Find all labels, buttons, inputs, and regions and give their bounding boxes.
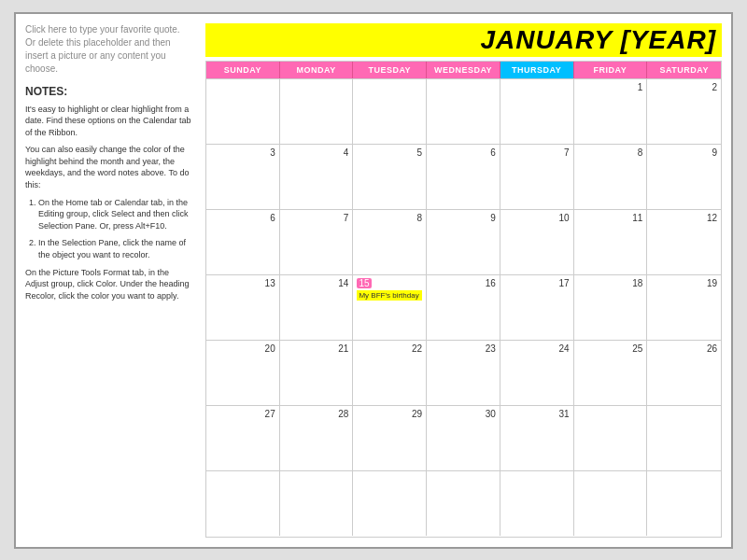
day-cell — [427, 79, 500, 144]
calendar-container: Click here to type your favorite quote. … — [14, 12, 733, 549]
day-cell — [500, 79, 574, 144]
day-8[interactable]: 8 — [574, 145, 648, 209]
day-23[interactable]: 23 — [427, 341, 500, 405]
day-6[interactable]: 6 — [206, 210, 280, 274]
day-11[interactable]: 11 — [574, 210, 648, 274]
day-cell-empty — [280, 471, 354, 536]
day-28[interactable]: 28 — [280, 406, 354, 470]
day-7[interactable]: 7 — [500, 145, 574, 209]
weeks: 1 2 3 4 5 6 7 8 9 6 7 8 9 — [206, 78, 721, 537]
header-friday: FRIDAY — [574, 62, 648, 78]
day-cell-empty — [574, 406, 648, 470]
week-row-1: 1 2 — [206, 78, 721, 144]
day-cell — [353, 79, 427, 144]
day-cell-empty — [647, 471, 721, 536]
day-21[interactable]: 21 — [280, 341, 354, 405]
day-20[interactable]: 20 — [206, 341, 280, 405]
day-3[interactable]: 3 — [206, 145, 280, 209]
day-31[interactable]: 31 — [500, 406, 574, 470]
day-17[interactable]: 17 — [500, 275, 574, 340]
calendar-title: JANUARY [YEAR] — [205, 23, 722, 57]
day-19[interactable]: 19 — [647, 275, 721, 340]
week-row-7 — [206, 470, 721, 536]
week-row-3: 6 7 8 9 10 11 12 — [206, 209, 721, 274]
day-cell — [280, 79, 354, 144]
day-22[interactable]: 22 — [353, 341, 427, 405]
notes-list: On the Home tab or Calendar tab, in the … — [25, 197, 192, 261]
header-sunday: SUNDAY — [206, 62, 280, 78]
header-thursday: THURSDAY — [500, 62, 574, 78]
notes-p3: On the Picture Tools Format tab, in the … — [25, 267, 192, 302]
day-cell-empty — [427, 471, 500, 536]
day-headers: SUNDAY MONDAY TUESDAY WEDNESDAY THURSDAY… — [206, 62, 721, 78]
day-27[interactable]: 27 — [206, 406, 280, 470]
day-cell-empty — [206, 471, 280, 536]
header-tuesday: TUESDAY — [353, 62, 427, 78]
day-18[interactable]: 18 — [574, 275, 648, 340]
day-5[interactable]: 5 — [353, 145, 427, 209]
day-10[interactable]: 10 — [500, 210, 574, 274]
day-13[interactable]: 13 — [206, 275, 280, 340]
day-9[interactable]: 9 — [427, 210, 500, 274]
day-cell-empty — [500, 471, 574, 536]
event-bff-birthday: My BFF's birthday — [357, 290, 422, 301]
notes-list-item-2: In the Selection Pane, click the name of… — [38, 237, 192, 260]
day-30[interactable]: 30 — [427, 406, 500, 470]
week-row-6: 27 28 29 30 31 — [206, 405, 721, 470]
notes-p1: It's easy to highlight or clear highligh… — [25, 104, 192, 139]
day-15[interactable]: 15 My BFF's birthday — [353, 275, 427, 340]
day-1[interactable]: 1 — [574, 79, 648, 144]
main-calendar: JANUARY [YEAR] SUNDAY MONDAY TUESDAY WED… — [205, 23, 722, 538]
header-saturday: SATURDAY — [647, 62, 721, 78]
day-cell-empty — [353, 471, 427, 536]
day-9[interactable]: 9 — [647, 145, 721, 209]
week-row-5: 20 21 22 23 24 25 26 — [206, 340, 721, 405]
quote-placeholder[interactable]: Click here to type your favorite quote. … — [25, 23, 192, 76]
day-4[interactable]: 4 — [280, 145, 354, 209]
week-row-4: 13 14 15 My BFF's birthday 16 17 18 19 — [206, 274, 721, 340]
day-25[interactable]: 25 — [574, 341, 648, 405]
day-cell — [206, 79, 280, 144]
week-row-2: 3 4 5 6 7 8 9 — [206, 144, 721, 209]
notes-title: NOTES: — [25, 85, 192, 98]
day-cell-empty — [647, 406, 721, 470]
day-29[interactable]: 29 — [353, 406, 427, 470]
day-cell-empty — [574, 471, 648, 536]
day-2[interactable]: 2 — [647, 79, 721, 144]
notes-p2: You can also easily change the color of … — [25, 144, 192, 190]
day-8[interactable]: 8 — [353, 210, 427, 274]
day-12[interactable]: 12 — [647, 210, 721, 274]
calendar-grid: SUNDAY MONDAY TUESDAY WEDNESDAY THURSDAY… — [205, 61, 722, 538]
header-monday: MONDAY — [280, 62, 354, 78]
day-16[interactable]: 16 — [427, 275, 500, 340]
day-6[interactable]: 6 — [427, 145, 500, 209]
header-wednesday: WEDNESDAY — [427, 62, 500, 78]
day-14[interactable]: 14 — [280, 275, 354, 340]
day-24[interactable]: 24 — [500, 341, 574, 405]
day-7[interactable]: 7 — [280, 210, 354, 274]
day-26[interactable]: 26 — [647, 341, 721, 405]
sidebar: Click here to type your favorite quote. … — [25, 23, 198, 538]
notes-list-item-1: On the Home tab or Calendar tab, in the … — [38, 197, 192, 232]
